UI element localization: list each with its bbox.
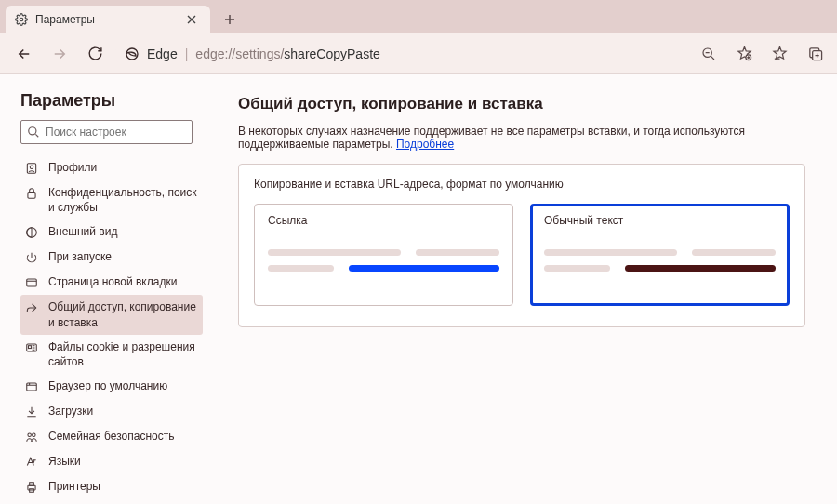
- favorite-add-icon[interactable]: [731, 41, 757, 67]
- svg-rect-19: [30, 489, 34, 493]
- lock-icon: [24, 186, 39, 201]
- option-preview: [268, 249, 499, 272]
- svg-point-8: [30, 166, 33, 169]
- svg-rect-18: [30, 483, 34, 486]
- sidebar-item-system[interactable]: Система: [20, 499, 203, 504]
- svg-rect-11: [27, 279, 37, 286]
- svg-point-16: [33, 433, 36, 437]
- refresh-button[interactable]: [80, 39, 110, 69]
- edge-icon: [125, 46, 140, 61]
- profile-icon: [24, 161, 39, 176]
- edge-label: Edge: [147, 46, 178, 61]
- new-tab-button[interactable]: [216, 6, 244, 33]
- search-icon: [27, 126, 40, 139]
- search-input[interactable]: [46, 126, 192, 139]
- toolbar: Edge | edge://settings/shareCopyPaste: [0, 33, 837, 74]
- sidebar-item-family[interactable]: Семейная безопасность: [20, 424, 203, 449]
- gear-icon: [15, 13, 28, 26]
- svg-point-15: [28, 433, 32, 437]
- tab-settings[interactable]: Параметры: [6, 6, 210, 33]
- cookies-icon: [24, 340, 39, 355]
- sidebar-item-languages[interactable]: Языки: [20, 449, 203, 474]
- sidebar-item-cookies[interactable]: Файлы cookie и разрешения сайтов: [20, 335, 203, 374]
- learn-more-link[interactable]: Подробнее: [396, 138, 454, 151]
- svg-rect-13: [29, 345, 32, 348]
- url-format-card: Копирование и вставка URL-адреса, формат…: [238, 164, 805, 327]
- printer-icon: [24, 480, 39, 495]
- settings-search[interactable]: [20, 120, 193, 144]
- share-icon: [24, 300, 39, 315]
- sidebar-title: Параметры: [20, 91, 203, 111]
- option-plain-text[interactable]: Обычный текст: [530, 204, 790, 306]
- sidebar-item-appearance[interactable]: Внешний вид: [20, 219, 203, 245]
- svg-rect-14: [27, 383, 37, 391]
- content-area: Параметры Профили Конфиденциальность, по…: [0, 74, 837, 504]
- svg-rect-9: [28, 192, 35, 198]
- option-link-label: Ссылка: [268, 214, 499, 227]
- format-options: Ссылка Обычный текст: [254, 204, 790, 306]
- collections-icon[interactable]: [802, 41, 828, 67]
- sidebar-item-default-browser[interactable]: Браузер по умолчанию: [20, 374, 203, 399]
- page-description: В некоторых случаях назначение поддержив…: [238, 125, 805, 151]
- sidebar-item-newtab[interactable]: Страница новой вкладки: [20, 270, 203, 295]
- appearance-icon: [24, 225, 39, 240]
- settings-page: Общий доступ, копирование и вставка В не…: [212, 74, 837, 504]
- sidebar-item-downloads[interactable]: Загрузки: [20, 399, 203, 424]
- settings-sidebar: Параметры Профили Конфиденциальность, по…: [0, 74, 212, 504]
- card-title: Копирование и вставка URL-адреса, формат…: [254, 178, 790, 191]
- option-preview: [544, 249, 776, 272]
- forward-button[interactable]: [45, 39, 74, 69]
- sidebar-nav: Профили Конфиденциальность, поиск и служ…: [20, 155, 203, 504]
- option-link[interactable]: Ссылка: [254, 204, 513, 306]
- sidebar-item-printers[interactable]: Принтеры: [20, 474, 203, 499]
- power-icon: [24, 250, 39, 265]
- address-bar[interactable]: Edge | edge://settings/shareCopyPaste: [115, 40, 683, 68]
- svg-point-1: [126, 48, 138, 60]
- newtab-icon: [24, 275, 39, 290]
- download-icon: [24, 405, 39, 419]
- address-separator: |: [185, 46, 189, 61]
- back-button[interactable]: [9, 39, 39, 69]
- sidebar-item-privacy[interactable]: Конфиденциальность, поиск и службы: [20, 180, 203, 219]
- sidebar-item-startup[interactable]: При запуске: [20, 245, 203, 270]
- svg-point-6: [29, 127, 36, 135]
- family-icon: [24, 430, 39, 444]
- zoom-icon[interactable]: [696, 41, 722, 67]
- language-icon: [24, 455, 39, 470]
- favorites-icon[interactable]: [766, 41, 792, 67]
- tab-strip: Параметры: [0, 0, 837, 33]
- sidebar-item-share-copy-paste[interactable]: Общий доступ, копирование и вставка: [20, 295, 203, 334]
- tab-close-button[interactable]: [182, 10, 201, 29]
- toolbar-actions: [688, 41, 828, 67]
- sidebar-item-profiles[interactable]: Профили: [20, 155, 203, 180]
- browser-window: Параметры Edge | edge://settings/shareC: [0, 0, 837, 504]
- svg-point-0: [20, 18, 23, 21]
- page-title: Общий доступ, копирование и вставка: [238, 95, 805, 113]
- option-plain-label: Обычный текст: [544, 214, 776, 227]
- url-text: edge://settings/shareCopyPaste: [195, 46, 379, 61]
- tab-title: Параметры: [35, 13, 95, 26]
- browser-icon: [24, 379, 39, 394]
